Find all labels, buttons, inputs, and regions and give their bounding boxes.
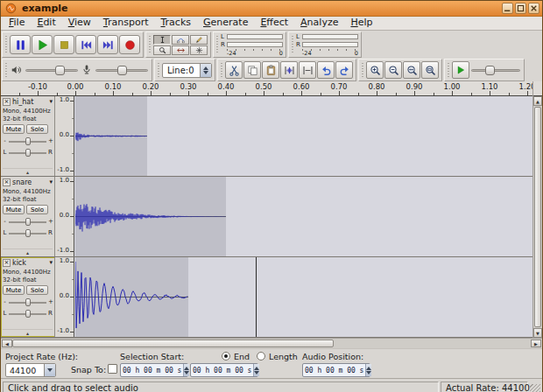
fit-selection-button[interactable]: [403, 61, 420, 79]
fit-project-button[interactable]: [421, 61, 439, 79]
end-radio[interactable]: [222, 352, 230, 360]
pan-slider[interactable]: LR: [3, 228, 53, 238]
track-control-panel[interactable]: ×hi_hat▾Mono, 44100Hz32-bit floatMuteSol…: [1, 96, 55, 176]
spin-up-icon[interactable]: [203, 66, 208, 70]
gain-slider[interactable]: -+: [3, 136, 53, 146]
waveform-display[interactable]: [74, 96, 532, 176]
vertical-scrollbar[interactable]: ▲ ▼: [532, 81, 542, 338]
selection-tool-button[interactable]: [153, 35, 171, 45]
track-menu-button[interactable]: ▾: [49, 179, 53, 186]
slider-thumb[interactable]: [25, 310, 31, 318]
solo-button[interactable]: Solo: [26, 124, 48, 134]
audio-clip[interactable]: [75, 177, 226, 256]
project-rate-combo[interactable]: 44100: [5, 363, 56, 377]
scroll-left-icon[interactable]: ◀: [2, 340, 12, 347]
slider-thumb[interactable]: [485, 66, 495, 75]
silence-button[interactable]: [299, 61, 316, 79]
waveform-display[interactable]: [74, 177, 532, 256]
track-control-panel[interactable]: ×kick▾Mono, 44100Hz32-bit floatMuteSolo-…: [1, 257, 55, 337]
time-spin-buttons[interactable]: [365, 364, 371, 376]
menu-view[interactable]: View: [62, 17, 97, 30]
slider-thumb[interactable]: [25, 218, 31, 226]
pause-button[interactable]: [10, 35, 31, 54]
track-menu-button[interactable]: ▾: [49, 99, 53, 105]
pan-slider[interactable]: LR: [3, 147, 53, 158]
timeline-ruler[interactable]: -0.100.000.100.200.300.400.500.600.700.8…: [1, 81, 532, 96]
play-speed-slider[interactable]: [470, 63, 521, 77]
playback-meter[interactable]: LR-240: [213, 32, 286, 58]
menu-file[interactable]: File: [3, 17, 31, 30]
play-button[interactable]: [32, 35, 53, 54]
resize-grip-icon[interactable]: [530, 384, 540, 392]
input-volume-slider[interactable]: [95, 63, 149, 77]
menu-help[interactable]: Help: [344, 17, 378, 30]
track-collapse-button[interactable]: ▴: [3, 329, 53, 336]
scroll-up-icon[interactable]: ▲: [533, 96, 542, 106]
cut-button[interactable]: [225, 61, 243, 79]
track-control-panel[interactable]: ×snare▾Mono, 44100Hz32-bit floatMuteSolo…: [1, 177, 55, 256]
zoom-out-button[interactable]: [384, 61, 402, 79]
selection-end-time[interactable]: 00 h 00 m 00 s: [190, 363, 258, 377]
horizontal-scrollbar[interactable]: ◀ ▶: [1, 338, 542, 348]
menu-edit[interactable]: Edit: [31, 17, 61, 30]
maximize-button[interactable]: [515, 3, 526, 14]
zoom-in-button[interactable]: [366, 61, 384, 79]
time-digits[interactable]: 00 h 00 m 00 s: [303, 364, 365, 376]
stop-button[interactable]: [53, 35, 74, 54]
zoom-tool-button[interactable]: [153, 46, 171, 55]
gain-slider[interactable]: -+: [3, 297, 53, 307]
time-digits[interactable]: 00 h 00 m 00 s: [121, 364, 183, 376]
track-menu-button[interactable]: ▾: [49, 260, 53, 266]
time-spin-buttons[interactable]: [253, 364, 259, 376]
mute-button[interactable]: Mute: [3, 205, 25, 214]
spin-down-icon[interactable]: [203, 71, 208, 74]
trim-button[interactable]: [280, 61, 298, 79]
dropdown-arrow-icon[interactable]: [44, 364, 55, 376]
length-radio-label[interactable]: Length: [269, 352, 298, 361]
draw-tool-button[interactable]: [190, 35, 208, 45]
scroll-down-icon[interactable]: ▼: [533, 328, 542, 338]
pan-slider[interactable]: LR: [3, 308, 53, 318]
undo-button[interactable]: [317, 61, 335, 79]
track-close-button[interactable]: ×: [3, 178, 11, 186]
copy-button[interactable]: [243, 61, 261, 79]
envelope-tool-button[interactable]: [172, 35, 189, 45]
multi-tool-button[interactable]: [190, 46, 208, 55]
track-collapse-button[interactable]: ▴: [3, 168, 53, 175]
end-radio-label[interactable]: End: [234, 352, 250, 361]
solo-button[interactable]: Solo: [26, 285, 48, 295]
waveform-display[interactable]: [74, 257, 532, 337]
slider-thumb[interactable]: [25, 229, 31, 237]
mute-button[interactable]: Mute: [3, 285, 25, 295]
slider-thumb[interactable]: [117, 66, 127, 75]
track-close-button[interactable]: ×: [3, 98, 11, 106]
paste-button[interactable]: [262, 61, 279, 79]
menu-generate[interactable]: Generate: [197, 17, 254, 30]
track-close-button[interactable]: ×: [3, 259, 11, 267]
timeshift-tool-button[interactable]: [172, 46, 189, 55]
slider-thumb[interactable]: [25, 149, 31, 157]
slider-thumb[interactable]: [25, 137, 31, 145]
audio-clip[interactable]: [75, 96, 147, 176]
scroll-right-icon[interactable]: ▶: [531, 340, 541, 347]
redo-button[interactable]: [335, 61, 353, 79]
skip-to-end-button[interactable]: [97, 35, 118, 54]
combo-spin-buttons[interactable]: [200, 64, 211, 77]
vertical-ruler[interactable]: 1.00.0-1.0: [55, 177, 74, 256]
recording-meter[interactable]: LR-240: [288, 32, 362, 58]
audio-clip[interactable]: [75, 257, 188, 337]
menu-tracks[interactable]: Tracks: [154, 17, 197, 30]
menu-analyze[interactable]: Analyze: [294, 17, 344, 30]
slider-thumb[interactable]: [55, 66, 65, 75]
length-radio[interactable]: [257, 352, 265, 360]
selection-start-time[interactable]: 00 h 00 m 00 s: [120, 363, 188, 377]
gain-slider[interactable]: -+: [3, 216, 53, 227]
titlebar[interactable]: example: [1, 1, 542, 17]
snap-to-checkbox[interactable]: [108, 364, 117, 374]
mute-button[interactable]: Mute: [3, 124, 25, 134]
horizontal-scroll-track[interactable]: [12, 340, 531, 347]
vertical-ruler[interactable]: 1.00.0-1.0: [55, 96, 74, 176]
vertical-scroll-thumb[interactable]: [534, 107, 541, 327]
close-button[interactable]: [528, 3, 539, 14]
play-at-speed-button[interactable]: [452, 61, 469, 79]
